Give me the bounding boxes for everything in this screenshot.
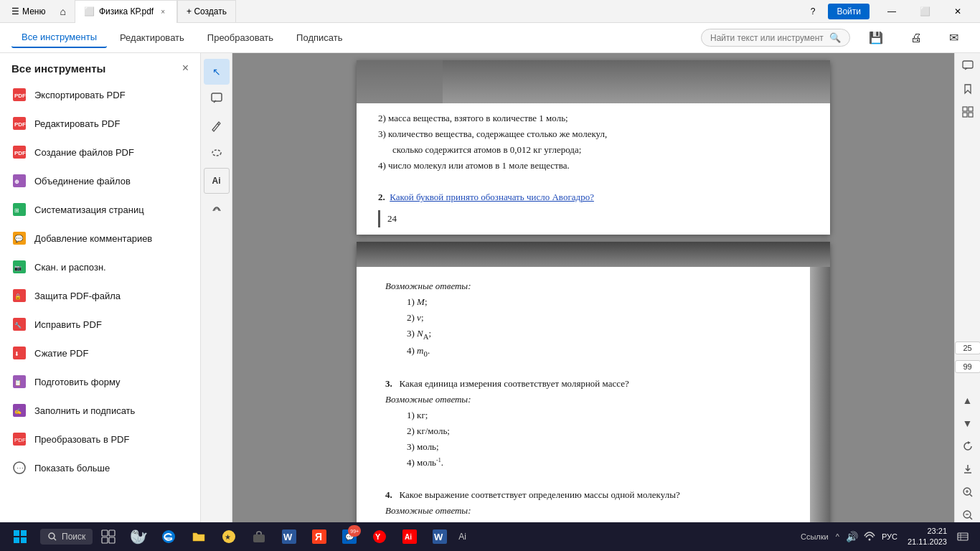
svg-rect-45 xyxy=(109,537,115,543)
sidebar-item-label: Добавление комментариев xyxy=(34,233,152,244)
network-icon[interactable] xyxy=(862,530,877,544)
cursor-icon: ↖ xyxy=(212,66,221,77)
sidebar: Все инструменты × PDF Экспортировать PDF… xyxy=(0,53,201,528)
taskbar-seal-icon[interactable]: 🦭 xyxy=(124,522,153,551)
svg-text:Y: Y xyxy=(375,532,381,541)
svg-text:🔧: 🔧 xyxy=(14,321,22,329)
svg-rect-31 xyxy=(963,107,967,111)
taskbar-notification-app[interactable]: 💬 99+ xyxy=(335,522,364,551)
pen-icon xyxy=(210,119,223,134)
signin-button[interactable]: Войти xyxy=(828,4,870,19)
sign-button[interactable]: Подписать xyxy=(286,28,352,47)
highlight-tool[interactable] xyxy=(204,195,230,221)
scroll-up-button[interactable]: ▲ xyxy=(959,392,976,409)
close-button[interactable]: ✕ xyxy=(941,0,974,23)
draw-tool[interactable] xyxy=(204,113,230,139)
minimize-button[interactable]: — xyxy=(875,0,908,23)
sidebar-close-button[interactable]: × xyxy=(182,62,189,75)
tools-panel: ↖ Ai xyxy=(201,53,232,528)
taskbar-yandex-icon[interactable]: Я xyxy=(305,522,334,551)
answers-q2: 1) М; 2) v; 3) NA; 4) m0. xyxy=(407,294,801,360)
sidebar-item-compress[interactable]: ⬇ Сжатие PDF xyxy=(0,339,200,367)
svg-point-29 xyxy=(212,150,221,156)
svg-rect-30 xyxy=(963,61,973,68)
edit-label: Редактировать xyxy=(120,32,184,43)
sidebar-item-label: Подготовить форму xyxy=(34,377,121,387)
sidebar-item-fill[interactable]: ✍ Заполнить и подписать xyxy=(0,396,200,425)
svg-rect-42 xyxy=(102,530,108,536)
start-button[interactable] xyxy=(3,522,37,551)
taskbar-search[interactable]: Поиск xyxy=(40,529,93,545)
svg-text:⊕: ⊕ xyxy=(14,179,19,185)
print-button[interactable]: 🖨 xyxy=(900,27,932,49)
sidebar-item-convert[interactable]: PDF Преобразовать в PDF xyxy=(0,425,200,453)
add-tab-button[interactable]: + Создать xyxy=(177,0,236,23)
tab-close-button[interactable]: × xyxy=(158,6,168,17)
page1-line2: 3) количество вещества, содержащее столь… xyxy=(378,126,809,142)
menu-label: Меню xyxy=(22,6,45,17)
sidebar-item-protect[interactable]: 🔒 Защита PDF-файла xyxy=(0,281,200,310)
tab-bar: ⬜ Физика КР.pdf × + Создать xyxy=(75,0,801,23)
search-input[interactable] xyxy=(710,33,825,43)
text-edit-tool[interactable]: Ai xyxy=(204,168,230,194)
sidebar-item-more[interactable]: ⋯ Показать больше xyxy=(0,453,200,482)
taskbar-word2-icon[interactable]: W xyxy=(425,522,454,551)
download-icon[interactable] xyxy=(959,461,976,478)
sidebar-item-fix[interactable]: 🔧 Исправить PDF xyxy=(0,310,200,339)
tab-fisica[interactable]: ⬜ Физика КР.pdf × xyxy=(75,0,177,23)
mail-button[interactable]: ✉ xyxy=(939,27,969,49)
bookmark-icon[interactable] xyxy=(959,80,976,98)
taskbar-adobe-icon[interactable]: Ai xyxy=(395,522,424,551)
page1-num: 24 xyxy=(387,211,397,227)
maximize-button[interactable]: ⬜ xyxy=(908,0,941,23)
sidebar-item-edit[interactable]: PDF Редактировать PDF xyxy=(0,109,200,138)
cursor-tool[interactable]: ↖ xyxy=(204,59,230,85)
sidebar-item-create[interactable]: PDF Создание файлов PDF xyxy=(0,138,200,166)
more-icon: ⋯ xyxy=(11,460,27,476)
sidebar-item-organize[interactable]: ⊞ Систематизация страниц xyxy=(0,195,200,224)
toolbar-actions: 💾 🖨 ✉ xyxy=(859,27,969,49)
sidebar-item-scan[interactable]: 📷 Скан. и распозн. xyxy=(0,253,200,281)
taskbar-word-icon[interactable]: W xyxy=(275,522,303,551)
main-toolbar: Все инструменты Редактировать Преобразов… xyxy=(0,23,980,53)
comment-panel-icon[interactable] xyxy=(959,57,976,75)
scroll-down-button[interactable]: ▼ xyxy=(959,415,976,432)
svg-rect-39 xyxy=(14,537,19,543)
tab-pdf-icon: ⬜ xyxy=(84,6,95,17)
svg-text:⬇: ⬇ xyxy=(14,351,19,357)
sidebar-item-combine[interactable]: ⊕ Объединение файлов xyxy=(0,166,200,195)
fill-sign-icon: ✍ xyxy=(11,402,27,418)
zoom-in-icon[interactable] xyxy=(959,484,976,501)
taskbar-folder-icon[interactable] xyxy=(184,522,213,551)
all-tools-button[interactable]: Все инструменты xyxy=(11,27,107,48)
volume-icon[interactable]: 🔊 xyxy=(844,531,860,542)
taskbar-edge-icon[interactable] xyxy=(154,522,183,551)
menu-button[interactable]: ☰ Меню xyxy=(6,4,51,19)
system-tray-expand[interactable]: ^ xyxy=(833,531,842,542)
taskbar-taskview[interactable] xyxy=(94,522,123,551)
sidebar-item-comments[interactable]: 💬 Добавление комментариев xyxy=(0,224,200,253)
edit-button[interactable]: Редактировать xyxy=(110,28,194,47)
links-button[interactable]: Ссылки xyxy=(798,532,831,541)
help-button[interactable]: ? xyxy=(804,4,823,19)
lasso-tool[interactable] xyxy=(204,141,230,166)
refresh-icon[interactable] xyxy=(959,438,976,455)
zoom-out-icon[interactable] xyxy=(959,507,976,524)
svg-text:PDF: PDF xyxy=(14,121,26,128)
pdf-pages[interactable]: 2) масса вещества, взятого в количестве … xyxy=(232,53,954,528)
sidebar-item-export[interactable]: PDF Экспортировать PDF xyxy=(0,80,200,109)
grid-icon[interactable] xyxy=(959,103,976,121)
language-indicator[interactable]: РУС xyxy=(879,531,900,542)
sidebar-item-forms[interactable]: 📋 Подготовить форму xyxy=(0,367,200,396)
protect-icon: 🔒 xyxy=(11,288,27,303)
taskbar-app1-icon[interactable]: ★ xyxy=(215,522,243,551)
search-box[interactable]: 🔍 xyxy=(701,29,850,47)
taskbar-yandex-browser-icon[interactable]: Y xyxy=(365,522,394,551)
save-button[interactable]: 💾 xyxy=(859,27,893,49)
convert-button[interactable]: Преобразовать xyxy=(197,28,283,47)
taskbar-clock[interactable]: 23:21 21.11.2023 xyxy=(902,526,953,548)
taskbar-briefcase-icon[interactable] xyxy=(245,522,273,551)
home-button[interactable]: ⌂ xyxy=(54,3,71,20)
notification-center-icon[interactable] xyxy=(954,530,971,544)
comment-tool[interactable] xyxy=(204,86,230,112)
